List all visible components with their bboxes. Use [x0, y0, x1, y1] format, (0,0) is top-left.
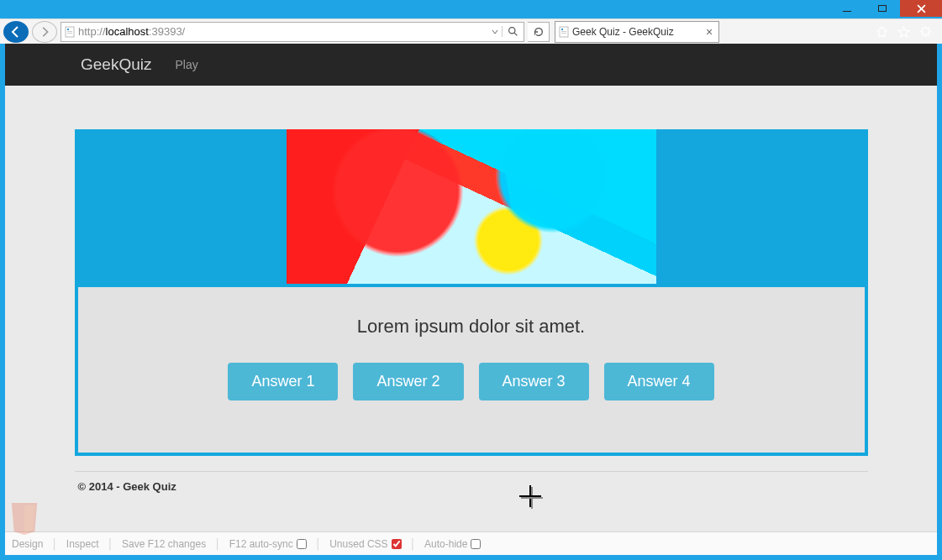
nav-forward-button[interactable] — [32, 21, 57, 43]
dev-inspect-button[interactable]: Inspect — [66, 538, 99, 550]
address-bar-text: http://localhost:39393/ — [78, 25, 488, 38]
dev-autohide-toggle[interactable]: Auto-hide — [424, 538, 481, 550]
favorites-icon[interactable] — [897, 25, 910, 39]
url-scheme: http:// — [78, 25, 106, 38]
tab-title: Geek Quiz - GeekQuiz — [572, 26, 700, 38]
svg-rect-2 — [67, 31, 72, 32]
svg-rect-8 — [561, 31, 566, 32]
dev-sep: │ — [51, 538, 58, 550]
address-bar[interactable]: http://localhost:39393/ — [61, 22, 524, 42]
svg-rect-9 — [561, 33, 566, 34]
answers-row: Answer 1 Answer 2 Answer 3 Answer 4 — [95, 363, 848, 400]
svg-rect-1 — [67, 29, 69, 30]
tab-favicon-icon — [555, 26, 572, 38]
window-maximize-button[interactable] — [865, 0, 900, 17]
url-port-path: :39393/ — [149, 25, 185, 38]
address-dropdown-icon[interactable] — [488, 29, 502, 35]
dev-autohide-checkbox[interactable] — [471, 539, 481, 549]
dev-autosync-label: F12 auto-sync — [229, 538, 293, 550]
dev-autosync-checkbox[interactable] — [297, 539, 307, 549]
browser-command-icons — [875, 25, 939, 39]
dev-autohide-label: Auto-hide — [424, 538, 467, 550]
url-host: localhost — [106, 25, 149, 38]
answer-button-3[interactable]: Answer 3 — [479, 363, 589, 400]
hero-banner — [75, 129, 868, 284]
home-icon[interactable] — [875, 25, 888, 39]
page-viewport: GeekQuiz Play Lorem ipsum dolor sit amet… — [5, 44, 937, 555]
dev-unused-toggle[interactable]: Unused CSS — [329, 538, 401, 550]
window-close-button[interactable] — [900, 0, 942, 17]
browser-tab[interactable]: Geek Quiz - GeekQuiz × — [555, 21, 719, 43]
dev-unused-label: Unused CSS — [329, 538, 387, 550]
dev-sep: │ — [214, 538, 221, 550]
nav-back-button[interactable] — [3, 21, 29, 43]
hero-image — [287, 129, 656, 284]
dev-save-button[interactable]: Save F12 changes — [122, 538, 206, 550]
tab-close-button[interactable]: × — [700, 25, 718, 39]
search-icon[interactable] — [502, 26, 524, 37]
nav-play-link[interactable]: Play — [175, 58, 197, 71]
window-titlebar — [0, 0, 942, 18]
page-content: Lorem ipsum dolor sit amet. Answer 1 Ans… — [5, 86, 937, 531]
window-minimize-button[interactable] — [829, 0, 865, 17]
dev-sep: │ — [410, 538, 417, 550]
dev-sep: │ — [315, 538, 322, 550]
answer-button-2[interactable]: Answer 2 — [353, 363, 463, 400]
html5-badge-icon — [8, 501, 40, 538]
tools-icon[interactable] — [918, 25, 932, 39]
browser-window: http://localhost:39393/ Geek Quiz - Geek… — [0, 0, 942, 560]
answer-button-4[interactable]: Answer 4 — [604, 363, 714, 400]
page-footer: © 2014 - Geek Quiz — [75, 472, 868, 493]
site-navbar: GeekQuiz Play — [5, 44, 937, 86]
dev-unused-checkbox[interactable] — [392, 539, 402, 549]
brand-logo[interactable]: GeekQuiz — [81, 55, 151, 74]
dev-autosync-toggle[interactable]: F12 auto-sync — [229, 538, 307, 550]
answer-button-1[interactable]: Answer 1 — [228, 363, 338, 400]
dev-sep: │ — [108, 538, 114, 550]
svg-rect-7 — [561, 29, 563, 30]
refresh-button[interactable] — [528, 22, 550, 42]
dev-toolbar: Design │ Inspect │ Save F12 changes │ F1… — [5, 531, 937, 555]
browser-toolbar: http://localhost:39393/ Geek Quiz - Geek… — [0, 18, 942, 44]
svg-point-4 — [509, 28, 515, 34]
svg-rect-3 — [67, 33, 72, 34]
svg-line-5 — [514, 33, 517, 35]
page-favicon-icon — [61, 26, 78, 38]
dev-design-button[interactable]: Design — [12, 538, 43, 550]
svg-point-10 — [922, 28, 929, 34]
quiz-panel: Lorem ipsum dolor sit amet. Answer 1 Ans… — [75, 284, 868, 456]
question-text: Lorem ipsum dolor sit amet. — [95, 316, 848, 338]
